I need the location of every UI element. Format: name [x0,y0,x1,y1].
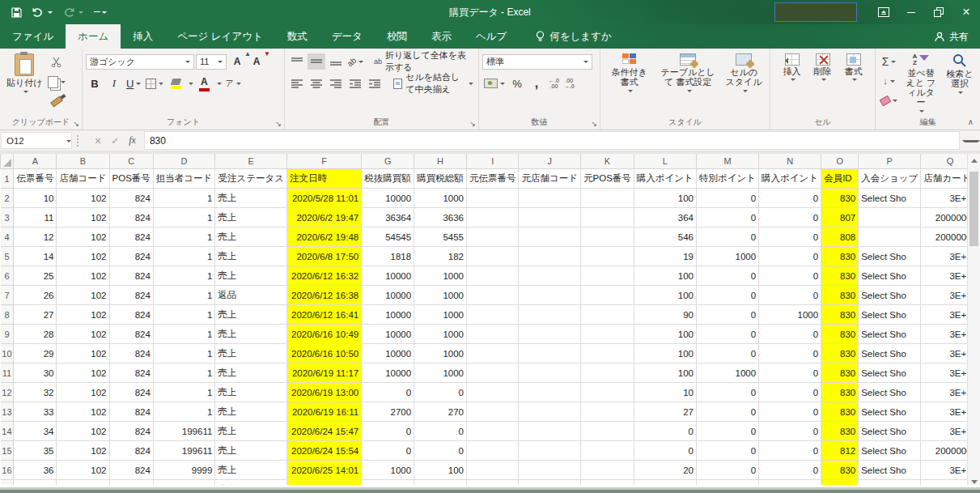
cell-N13[interactable]: 0 [759,402,821,422]
format-as-table-button[interactable]: テーブルとして 書式設定 [656,52,719,115]
cell-M10[interactable]: 0 [697,344,759,363]
cell-O5[interactable]: 830 [821,247,859,266]
cell-M6[interactable]: 0 [697,266,759,286]
cell-E2[interactable]: 売上 [215,189,287,208]
cell-H8[interactable]: 1000 [414,305,467,325]
cell-styles-button[interactable]: セルの スタイル [721,52,766,115]
cell-D11[interactable]: 1 [153,363,215,383]
font-color-button[interactable]: A [195,75,213,91]
enter-button[interactable]: ✓ [111,135,119,147]
cell-C16[interactable]: 824 [109,461,153,480]
cell-M8[interactable]: 0 [697,305,759,325]
close-button[interactable]: × [952,0,980,24]
align-left-button[interactable] [288,75,306,91]
cell-M11[interactable]: 1000 [697,363,759,383]
cell-E16[interactable]: 売上 [215,461,287,480]
cell-L5[interactable]: 19 [634,247,696,266]
increase-indent-button[interactable] [366,75,384,91]
qat-customize-button[interactable] [94,10,107,15]
cell-P14[interactable]: Select Sho [859,422,921,441]
cell-C3[interactable]: 824 [109,208,153,227]
cell-D16[interactable]: 9999 [153,461,215,480]
cell-N11[interactable]: 0 [759,363,821,383]
column-header-D[interactable]: D [153,154,215,169]
cell-N4[interactable]: 0 [759,227,821,247]
format-painter-button[interactable] [46,93,67,109]
cell-K11[interactable] [581,363,634,383]
borders-button[interactable] [144,75,165,91]
row-header-7[interactable]: 7 [1,286,14,305]
accounting-format-button[interactable] [482,75,507,91]
cell-P8[interactable]: Select Sho [859,305,921,325]
wrap-text-button[interactable]: ab 折り返して全体を表示する [372,53,475,70]
cell-B13[interactable]: 102 [57,402,109,422]
sort-filter-button[interactable]: AZ 並べ替えと フィルター [901,52,941,115]
cell-B6[interactable]: 102 [57,266,109,286]
row-header-2[interactable]: 2 [1,189,14,208]
cell-M13[interactable]: 0 [697,402,759,422]
cell-E10[interactable]: 売上 [215,344,287,363]
cell-F10[interactable]: 2020/6/16 10:50 [286,344,361,363]
cell-I11[interactable] [466,363,519,383]
cell-P3[interactable] [859,208,921,227]
orientation-button[interactable]: ab [346,53,364,70]
cell-A2[interactable]: 10 [14,189,57,208]
cell-J5[interactable] [519,247,581,266]
cell-N12[interactable]: 0 [759,383,821,402]
expand-formula-bar-button[interactable] [962,140,980,145]
cell-I10[interactable] [466,344,519,363]
cell-H3[interactable]: 3636 [414,208,467,227]
cell-A1[interactable]: 伝票番号 [14,169,57,189]
cell-C11[interactable]: 824 [109,363,153,383]
cell-D7[interactable]: 1 [153,286,215,305]
insert-function-button[interactable]: fx [129,134,136,147]
cell-H11[interactable]: 1000 [414,363,467,383]
cell-G10[interactable]: 10000 [362,344,414,363]
cell-F15[interactable]: 2020/6/24 15:54 [286,441,361,461]
cell-A11[interactable]: 30 [14,363,57,383]
cell-O15[interactable]: 812 [821,441,859,461]
formula-input[interactable]: 830 [144,131,960,150]
cell-N2[interactable]: 0 [759,189,821,208]
cell-C14[interactable]: 824 [109,422,153,441]
cell-O6[interactable]: 830 [821,266,859,286]
cell-K6[interactable] [581,266,634,286]
cell-D3[interactable]: 1 [153,208,215,227]
cell-P11[interactable]: Select Sho [859,363,921,383]
row-header-13[interactable]: 13 [1,402,14,422]
cell-D9[interactable]: 1 [153,325,215,344]
cell-K15[interactable] [581,441,634,461]
name-box-dropdown[interactable] [66,140,71,145]
collapse-ribbon-button[interactable]: ∧ [968,117,974,126]
cell-K3[interactable] [581,208,634,227]
vertical-scrollbar[interactable] [967,154,980,489]
cell-K5[interactable] [581,247,634,266]
cell-C12[interactable]: 824 [109,383,153,402]
tab-review[interactable]: 校閲 [375,24,419,49]
cell-F3[interactable]: 2020/6/2 19:47 [286,208,361,227]
cell-K16[interactable] [581,461,634,480]
cell-O12[interactable]: 830 [821,383,859,402]
number-dialog-launcher[interactable]: ↘ [591,121,597,128]
cell-L10[interactable]: 100 [634,344,696,363]
cell-L2[interactable]: 100 [634,189,696,208]
cell-H2[interactable]: 1000 [414,189,467,208]
cell-E7[interactable]: 返品 [215,286,287,305]
cell-K9[interactable] [581,325,634,344]
redo-button[interactable] [63,7,83,17]
cell-N1[interactable]: 購入ポイント [759,169,821,189]
column-header-G[interactable]: G [362,154,414,169]
cell-D8[interactable]: 1 [153,305,215,325]
cell-B16[interactable]: 102 [57,461,109,480]
row-header-5[interactable]: 5 [1,247,14,266]
delete-cells-button[interactable]: 削除 [809,52,837,115]
cell-O10[interactable]: 830 [821,344,859,363]
undo-button[interactable] [32,7,53,17]
cell-J3[interactable] [519,208,581,227]
cell-I15[interactable] [466,441,519,461]
cell-I4[interactable] [466,227,519,247]
cell-A4[interactable]: 12 [14,227,57,247]
column-header-H[interactable]: H [414,154,467,169]
cell-H4[interactable]: 5455 [414,227,467,247]
cell-N7[interactable]: 0 [759,286,821,305]
